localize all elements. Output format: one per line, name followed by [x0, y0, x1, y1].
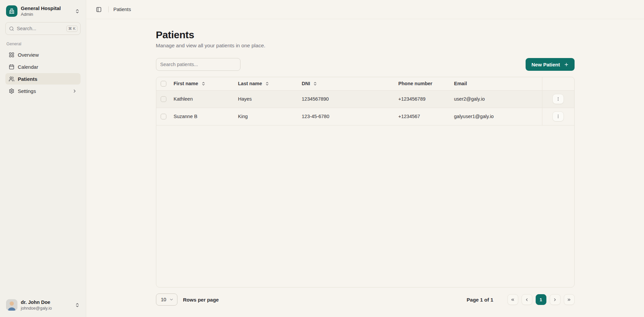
page-1-button[interactable]: 1: [536, 294, 546, 305]
sidebar-search[interactable]: Search... ⌘ K: [5, 22, 80, 35]
first-page-button[interactable]: [507, 294, 518, 305]
patients-table: First name Last name: [156, 77, 574, 125]
column-header-first-name: First name: [174, 81, 198, 86]
topbar-divider: [108, 6, 109, 12]
search-patients-input[interactable]: [156, 58, 240, 71]
pagination-controls: 1: [507, 294, 575, 305]
kebab-icon: [556, 114, 560, 119]
cell-first-name: Kathleen: [171, 90, 235, 108]
user-texts: dr. John Doe johndoe@galy.io: [21, 299, 71, 311]
row-actions-button[interactable]: [552, 111, 564, 121]
kebab-icon: [556, 97, 560, 101]
sidebar-item-patients[interactable]: Patients: [5, 73, 80, 85]
org-texts: General Hospital Admin: [21, 5, 71, 17]
rows-per-page-value: 10: [161, 297, 166, 302]
grid-icon: [9, 52, 14, 58]
sort-icon[interactable]: [313, 82, 317, 86]
page-title: Patients: [156, 29, 575, 40]
avatar: [6, 299, 17, 311]
cell-phone: +123456789: [396, 90, 451, 108]
rows-per-page-label: Rows per page: [183, 297, 219, 303]
cell-email: user2@galy.io: [451, 90, 542, 108]
page-info: Page 1 of 1: [467, 297, 493, 303]
sidebar-search-placeholder: Search...: [17, 26, 64, 31]
sidebar-item-overview[interactable]: Overview: [5, 49, 80, 60]
table-row[interactable]: Kathleen Hayes 1234567890 +123456789 use…: [156, 90, 574, 108]
last-page-button[interactable]: [564, 294, 575, 305]
org-role: Admin: [21, 12, 71, 17]
cell-first-name: Suzanne B: [171, 108, 235, 125]
cell-last-name: King: [235, 108, 299, 125]
user-name: dr. John Doe: [21, 299, 71, 306]
new-patient-label: New Patient: [531, 62, 560, 67]
sidebar-section-label: General: [6, 42, 80, 46]
topbar: Patients: [86, 0, 644, 19]
search-icon: [9, 26, 14, 31]
patients-table-card: First name Last name: [156, 77, 575, 287]
chevron-right-icon: [553, 298, 557, 302]
rows-per-page-select[interactable]: 10: [156, 294, 177, 306]
sidebar-item-label: Patients: [18, 76, 37, 82]
cell-phone: +1234567: [396, 108, 451, 125]
select-all-checkbox[interactable]: [161, 81, 166, 87]
table-footer: 10 Rows per page Page 1 of 1 1: [156, 294, 575, 306]
row-checkbox[interactable]: [161, 114, 166, 119]
sidebar-item-label: Calendar: [18, 64, 38, 70]
row-actions-button[interactable]: [552, 94, 564, 104]
row-checkbox[interactable]: [161, 96, 166, 102]
cell-email: galyuser1@galy.io: [451, 108, 542, 125]
chevron-left-icon: [525, 298, 529, 302]
sidebar-item-label: Overview: [18, 52, 39, 58]
chevron-down-icon: [169, 297, 174, 302]
sidebar: General Hospital Admin Search... ⌘ K Gen…: [0, 0, 86, 317]
cell-dni: 123-45-6780: [299, 108, 396, 125]
table-empty-space: [156, 125, 574, 287]
users-icon: [9, 76, 14, 82]
cell-dni: 1234567890: [299, 90, 396, 108]
sidebar-toggle-icon[interactable]: [94, 4, 104, 14]
chevrons-up-down-icon: [75, 9, 80, 14]
sort-icon[interactable]: [265, 82, 269, 86]
app-window: General Hospital Admin Search... ⌘ K Gen…: [0, 0, 644, 317]
page-content: Patients Manage and view all your patien…: [156, 19, 575, 306]
chevrons-right-icon: [567, 298, 571, 302]
column-header-email: Email: [454, 81, 467, 86]
plus-icon: [564, 62, 569, 67]
gear-icon: [9, 88, 14, 94]
next-page-button[interactable]: [550, 294, 560, 305]
table-row[interactable]: Suzanne B King 123-45-6780 +1234567 galy…: [156, 108, 574, 125]
chevrons-up-down-icon: [75, 303, 80, 308]
sidebar-spacer: [5, 97, 80, 299]
sidebar-nav: Overview Calendar Patients Settings: [5, 49, 80, 97]
table-header-row: First name Last name: [156, 77, 574, 90]
sidebar-item-label: Settings: [18, 88, 36, 94]
chevrons-left-icon: [511, 298, 515, 302]
sort-icon[interactable]: [201, 82, 206, 86]
page-subtitle: Manage and view all your patients in one…: [156, 43, 575, 49]
column-header-last-name: Last name: [238, 81, 262, 86]
breadcrumb: Patients: [113, 7, 131, 12]
column-header-phone: Phone number: [398, 81, 433, 86]
chevron-right-icon: [72, 89, 77, 94]
keyboard-shortcut-badge: ⌘ K: [66, 25, 77, 32]
cell-last-name: Hayes: [235, 90, 299, 108]
main-area: Patients Patients Manage and view all yo…: [86, 0, 644, 317]
org-name: General Hospital: [21, 5, 71, 12]
hospital-logo-icon: [6, 5, 17, 17]
user-menu[interactable]: dr. John Doe johndoe@galy.io: [5, 299, 80, 311]
new-patient-button[interactable]: New Patient: [526, 58, 574, 71]
user-email: johndoe@galy.io: [21, 306, 71, 311]
calendar-icon: [9, 64, 14, 70]
previous-page-button[interactable]: [522, 294, 532, 305]
sidebar-item-settings[interactable]: Settings: [5, 85, 80, 97]
toolbar: New Patient: [156, 58, 575, 71]
sidebar-item-calendar[interactable]: Calendar: [5, 61, 80, 72]
column-header-dni: DNI: [302, 81, 310, 86]
org-switcher[interactable]: General Hospital Admin: [5, 5, 80, 17]
